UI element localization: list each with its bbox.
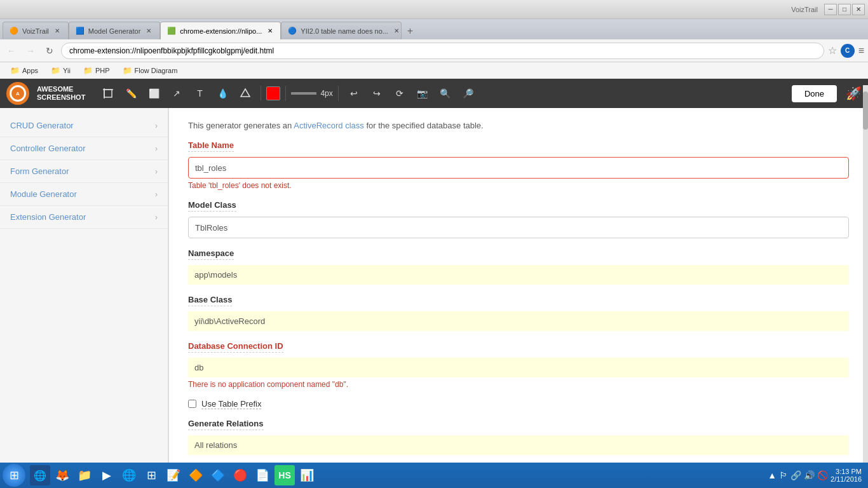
generate-relations-value: All relations bbox=[188, 435, 849, 455]
tab-model-label: Model Generator bbox=[88, 27, 141, 35]
table-name-label: Table Name bbox=[188, 140, 234, 152]
maximize-button[interactable]: □ bbox=[838, 4, 851, 15]
window-controls[interactable]: VoizTrail ─ □ ✕ bbox=[786, 4, 865, 15]
bookmark-yii[interactable]: 📁 Yii bbox=[46, 65, 76, 76]
model-class-group: Model Class bbox=[188, 200, 849, 238]
toolbar-divider3 bbox=[338, 86, 339, 101]
tab-ext-close[interactable]: ✕ bbox=[266, 27, 275, 36]
rect-tool[interactable]: ⬜ bbox=[144, 83, 164, 104]
sidebar-item-extension[interactable]: Extension Generator › bbox=[0, 206, 168, 229]
chrome-menu-icon[interactable]: ≡ bbox=[858, 45, 864, 57]
pen-tool[interactable]: ✏️ bbox=[121, 83, 141, 104]
color-picker[interactable] bbox=[266, 86, 280, 100]
clock-time: 3:13 PM bbox=[831, 468, 862, 475]
forward-button[interactable]: → bbox=[23, 43, 38, 58]
bookmark-yii-label: Yii bbox=[63, 67, 71, 74]
tab-voiztrail-close[interactable]: ✕ bbox=[53, 27, 62, 36]
taskbar-orange-icon[interactable]: 🔶 bbox=[186, 465, 206, 485]
tray-flag-icon[interactable]: 🏳 bbox=[779, 470, 788, 480]
bookmark-apps[interactable]: 📁 Apps bbox=[5, 65, 43, 76]
db-connection-error: There is no application component named … bbox=[188, 380, 849, 389]
reload-button[interactable]: ↻ bbox=[42, 43, 57, 58]
tray-network-icon[interactable]: 🔗 bbox=[790, 470, 801, 480]
php-folder-icon: 📁 bbox=[83, 66, 93, 75]
tab-yii2-close[interactable]: ✕ bbox=[392, 27, 401, 36]
tab-voiztrail[interactable]: 🟠 VoizTrail ✕ bbox=[3, 22, 69, 39]
url-input[interactable] bbox=[61, 43, 824, 59]
namespace-value: app\models bbox=[188, 265, 849, 285]
sidebar-extension-label: Extension Generator bbox=[10, 212, 86, 222]
main-area: CRUD Generator › Controller Generator › … bbox=[0, 108, 868, 488]
taskbar-apps-icon[interactable]: ⊞ bbox=[141, 465, 161, 485]
taskbar-browser-icon[interactable]: 🦊 bbox=[52, 465, 72, 485]
namespace-group: Namespace app\models bbox=[188, 248, 849, 285]
base-class-group: Base Class yii\db\ActiveRecord bbox=[188, 295, 849, 331]
tab-chrome-ext[interactable]: 🟩 chrome-extension://nlipo... ✕ bbox=[160, 22, 281, 39]
brand-line2: SCREENSHOT bbox=[37, 93, 85, 102]
close-button[interactable]: ✕ bbox=[852, 4, 865, 15]
taskbar-chart-icon[interactable]: 📊 bbox=[297, 465, 317, 485]
sidebar-item-controller[interactable]: Controller Generator › bbox=[0, 137, 168, 160]
taskbar-blue-icon[interactable]: 🔷 bbox=[208, 465, 228, 485]
table-name-group: Table Name Table 'tbl_roles' does not ex… bbox=[188, 140, 849, 190]
taskbar-pdf-icon[interactable]: 📄 bbox=[252, 465, 273, 485]
scrollbar-thumb[interactable] bbox=[863, 92, 868, 130]
model-class-input[interactable] bbox=[188, 217, 849, 238]
tab-voiztrail-label: VoizTrail bbox=[22, 27, 49, 35]
title-bar: VoizTrail ─ □ ✕ bbox=[0, 0, 868, 19]
camera-button[interactable]: 📷 bbox=[412, 83, 433, 104]
taskbar-media-icon[interactable]: ▶ bbox=[97, 465, 117, 485]
base-class-label: Base Class bbox=[188, 295, 232, 306]
minimize-button[interactable]: ─ bbox=[824, 4, 837, 15]
bookmark-php[interactable]: 📁 PHP bbox=[78, 65, 115, 76]
blur-tool[interactable]: 💧 bbox=[212, 83, 233, 104]
generate-relations-group: Generate Relations All relations bbox=[188, 419, 849, 455]
sidebar-module-arrow: › bbox=[155, 190, 158, 199]
tab-yii2[interactable]: 🔵 YII2.0 table name does no... ✕ bbox=[281, 22, 402, 39]
screenshot-toolbar: A AWESOME SCREENSHOT ✏️ ⬜ ↗ T 💧 4px ↩ ↪ … bbox=[0, 79, 868, 108]
zoom-out-button[interactable]: 🔎 bbox=[458, 83, 478, 104]
sidebar-item-module[interactable]: Module Generator › bbox=[0, 183, 168, 206]
bookmark-flow-diagram[interactable]: 📁 Flow Diagram bbox=[118, 65, 183, 76]
base-class-value: yii\db\ActiveRecord bbox=[188, 311, 849, 331]
sidebar-item-crud[interactable]: CRUD Generator › bbox=[0, 114, 168, 137]
tray-arrow-icon[interactable]: ▲ bbox=[768, 470, 776, 480]
taskbar-word-icon[interactable]: 📝 bbox=[163, 465, 184, 485]
sidebar-item-form[interactable]: Form Generator › bbox=[0, 160, 168, 183]
taskbar-chrome-icon[interactable]: 🌐 bbox=[119, 465, 139, 485]
tray-volume-icon[interactable]: 🔊 bbox=[804, 470, 815, 480]
use-table-prefix-text: Use Table Prefix bbox=[201, 399, 261, 409]
db-connection-label: Database Connection ID bbox=[188, 341, 283, 353]
use-table-prefix-label[interactable]: Use Table Prefix bbox=[201, 399, 261, 409]
start-button[interactable]: ⊞ bbox=[3, 464, 25, 487]
tab-bar: 🟠 VoizTrail ✕ 🟦 Model Generator ✕ 🟩 chro… bbox=[0, 19, 868, 39]
taskbar-hs-icon[interactable]: HS bbox=[275, 465, 295, 485]
use-table-prefix-group: Use Table Prefix bbox=[188, 399, 849, 409]
new-tab-button[interactable]: + bbox=[402, 23, 418, 39]
redo-button[interactable]: ↪ bbox=[367, 83, 387, 104]
tab-model-generator[interactable]: 🟦 Model Generator ✕ bbox=[69, 22, 161, 39]
arrow-tool[interactable]: ↗ bbox=[166, 83, 187, 104]
undo-button[interactable]: ↩ bbox=[344, 83, 364, 104]
crop-tool[interactable] bbox=[98, 83, 118, 104]
highlight-tool[interactable] bbox=[235, 83, 255, 104]
back-button[interactable]: ← bbox=[4, 43, 19, 58]
bookmark-icon[interactable]: ☆ bbox=[828, 44, 837, 57]
taskbar-red-icon[interactable]: 🔴 bbox=[230, 465, 250, 485]
rocket-icon: 🚀 bbox=[846, 86, 862, 101]
taskbar-folder-icon[interactable]: 📁 bbox=[74, 465, 95, 485]
zoom-in-button[interactable]: 🔍 bbox=[435, 83, 456, 104]
refresh-button[interactable]: ⟳ bbox=[390, 83, 410, 104]
toolbar-divider1 bbox=[261, 86, 261, 101]
taskbar: ⊞ 🌐 🦊 📁 ▶ 🌐 ⊞ 📝 🔶 🔷 🔴 📄 HS 📊 ▲ 🏳 🔗 🔊 🚫 3… bbox=[0, 463, 868, 488]
text-tool[interactable]: T bbox=[189, 83, 210, 104]
active-record-link[interactable]: ActiveRecord class bbox=[294, 121, 364, 130]
use-table-prefix-checkbox[interactable] bbox=[188, 400, 196, 408]
taskbar-ie-icon[interactable]: 🌐 bbox=[30, 465, 50, 485]
done-button[interactable]: Done bbox=[792, 85, 837, 102]
tab-model-close[interactable]: ✕ bbox=[144, 27, 153, 36]
mywork-label[interactable]: VoizTrail bbox=[786, 6, 823, 13]
tray-warning-icon[interactable]: 🚫 bbox=[817, 470, 828, 480]
scrollbar-track[interactable] bbox=[863, 85, 868, 463]
table-name-input[interactable] bbox=[188, 157, 849, 179]
